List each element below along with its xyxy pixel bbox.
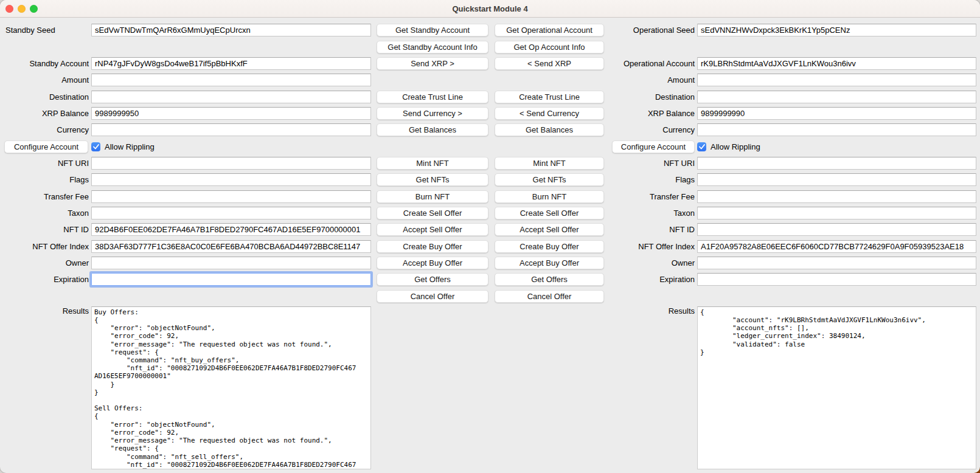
standby-results-label: Results: [4, 306, 91, 316]
standby-create-trust-line-button[interactable]: Create Trust Line: [377, 91, 488, 103]
standby-configure-account-button[interactable]: Configure Account: [4, 140, 88, 153]
operational-taxon-label: Taxon: [606, 209, 697, 218]
standby-amount-input[interactable]: [91, 74, 371, 86]
operational-configure-account-button[interactable]: Configure Account: [612, 140, 695, 153]
operational-transfer-fee-input[interactable]: [697, 190, 976, 203]
operational-expiration-label: Expiration: [606, 275, 697, 284]
standby-allow-rippling-label: Allow Rippling: [105, 142, 155, 151]
standby-currency-input[interactable]: [91, 123, 371, 136]
get-standby-account-info-button[interactable]: Get Standby Account Info: [377, 41, 488, 54]
standby-expiration-input[interactable]: [91, 273, 371, 286]
operational-owner-input[interactable]: [697, 257, 976, 269]
operational-get-balances-button[interactable]: Get Balances: [495, 123, 604, 136]
operational-results-label: Results: [606, 306, 697, 316]
operational-cancel-offer-button[interactable]: Cancel Offer: [495, 290, 604, 303]
standby-create-buy-offer-button[interactable]: Create Buy Offer: [377, 240, 488, 253]
standby-seed-input[interactable]: [91, 24, 371, 36]
standby-transfer-fee-input[interactable]: [91, 190, 371, 203]
close-button[interactable]: [5, 5, 13, 13]
operational-flags-label: Flags: [606, 175, 697, 184]
standby-xrp-balance-input[interactable]: [91, 107, 371, 120]
operational-create-buy-offer-button[interactable]: Create Buy Offer: [495, 240, 604, 253]
operational-expiration-input[interactable]: [697, 273, 976, 286]
operational-amount-input[interactable]: [697, 74, 976, 86]
operational-accept-buy-offer-button[interactable]: Accept Buy Offer: [495, 257, 604, 269]
get-standby-account-button[interactable]: Get Standby Account: [377, 24, 488, 36]
operational-nft-id-input[interactable]: [697, 223, 976, 236]
standby-flags-input[interactable]: [91, 173, 371, 186]
standby-nft-offer-index-label: NFT Offer Index: [4, 242, 91, 251]
operational-get-offers-button[interactable]: Get Offers: [495, 273, 604, 286]
operational-transfer-fee-label: Transfer Fee: [606, 192, 697, 201]
zoom-button[interactable]: [30, 5, 38, 13]
standby-burn-nft-button[interactable]: Burn NFT: [377, 190, 488, 203]
standby-accept-buy-offer-button[interactable]: Accept Buy Offer: [377, 257, 488, 269]
get-op-account-info-button[interactable]: Get Op Account Info: [495, 41, 604, 54]
checkmark-icon: [93, 144, 99, 150]
standby-get-offers-button[interactable]: Get Offers: [377, 273, 488, 286]
app-window: Quickstart Module 4 Standby Seed Get Sta…: [0, 0, 980, 473]
standby-nft-id-label: NFT ID: [4, 225, 91, 234]
standby-taxon-input[interactable]: [91, 207, 371, 219]
operational-taxon-input[interactable]: [697, 207, 976, 219]
window-title: Quickstart Module 4: [452, 4, 527, 13]
operational-results-box[interactable]: { "account": "rK9LBRhStdmtAaVdJXGVF1LnKW…: [697, 306, 976, 469]
standby-nft-uri-label: NFT URI: [4, 159, 91, 168]
standby-send-currency-button[interactable]: Send Currency >: [377, 107, 488, 120]
checkmark-icon: [699, 144, 705, 150]
standby-nft-uri-input[interactable]: [91, 157, 371, 170]
operational-seed-input[interactable]: [697, 24, 976, 36]
main-content: Standby Seed Get Standby Account Get Ope…: [0, 18, 980, 473]
standby-mint-nft-button[interactable]: Mint NFT: [377, 157, 488, 170]
operational-owner-label: Owner: [606, 258, 697, 268]
standby-send-xrp-button[interactable]: Send XRP >: [377, 57, 488, 70]
operational-burn-nft-button[interactable]: Burn NFT: [495, 190, 604, 203]
standby-get-nfts-button[interactable]: Get NFTs: [377, 173, 488, 186]
operational-nft-id-label: NFT ID: [606, 225, 697, 234]
standby-account-input[interactable]: [91, 57, 371, 70]
operational-destination-input[interactable]: [697, 91, 976, 103]
operational-destination-label: Destination: [606, 92, 697, 102]
minimize-button[interactable]: [18, 5, 26, 13]
standby-seed-label: Standby Seed: [4, 26, 91, 35]
standby-owner-label: Owner: [4, 258, 91, 268]
get-operational-account-button[interactable]: Get Operational Account: [495, 24, 604, 36]
standby-results-box[interactable]: Buy Offers: { "error": "objectNotFound",…: [91, 306, 371, 469]
operational-allow-rippling-checkbox[interactable]: [697, 142, 706, 151]
standby-transfer-fee-label: Transfer Fee: [4, 192, 91, 201]
standby-allow-rippling: Allow Rippling: [91, 142, 371, 151]
standby-nft-id-input[interactable]: [91, 223, 371, 236]
standby-expiration-label: Expiration: [4, 275, 91, 284]
operational-nft-uri-label: NFT URI: [606, 159, 697, 168]
operational-send-currency-button[interactable]: < Send Currency: [495, 107, 604, 120]
traffic-lights: [5, 5, 38, 13]
operational-nft-offer-index-input[interactable]: [697, 240, 976, 253]
standby-amount-label: Amount: [4, 75, 91, 85]
operational-allow-rippling: Allow Rippling: [697, 142, 976, 151]
operational-send-xrp-button[interactable]: < Send XRP: [495, 57, 604, 70]
standby-cancel-offer-button[interactable]: Cancel Offer: [377, 290, 488, 303]
operational-get-nfts-button[interactable]: Get NFTs: [495, 173, 604, 186]
operational-xrp-balance-input[interactable]: [697, 107, 976, 120]
operational-create-trust-line-button[interactable]: Create Trust Line: [495, 91, 604, 103]
operational-currency-label: Currency: [606, 125, 697, 134]
standby-nft-offer-index-input[interactable]: [91, 240, 371, 253]
operational-currency-input[interactable]: [697, 123, 976, 136]
operational-account-label: Operational Account: [606, 59, 697, 68]
operational-accept-sell-offer-button[interactable]: Accept Sell Offer: [495, 223, 604, 236]
operational-account-input[interactable]: [697, 57, 976, 70]
standby-taxon-label: Taxon: [4, 209, 91, 218]
standby-create-sell-offer-button[interactable]: Create Sell Offer: [377, 207, 488, 219]
operational-results-text: { "account": "rK9LBRhStdmtAaVdJXGVF1LnKW…: [698, 307, 976, 357]
operational-xrp-balance-label: XRP Balance: [606, 109, 697, 118]
standby-owner-input[interactable]: [91, 257, 371, 269]
operational-mint-nft-button[interactable]: Mint NFT: [495, 157, 604, 170]
standby-allow-rippling-checkbox[interactable]: [91, 142, 100, 151]
standby-destination-input[interactable]: [91, 91, 371, 103]
standby-accept-sell-offer-button[interactable]: Accept Sell Offer: [377, 223, 488, 236]
standby-get-balances-button[interactable]: Get Balances: [377, 123, 488, 136]
standby-xrp-balance-label: XRP Balance: [4, 109, 91, 118]
operational-flags-input[interactable]: [697, 173, 976, 186]
operational-create-sell-offer-button[interactable]: Create Sell Offer: [495, 207, 604, 219]
operational-nft-uri-input[interactable]: [697, 157, 976, 170]
